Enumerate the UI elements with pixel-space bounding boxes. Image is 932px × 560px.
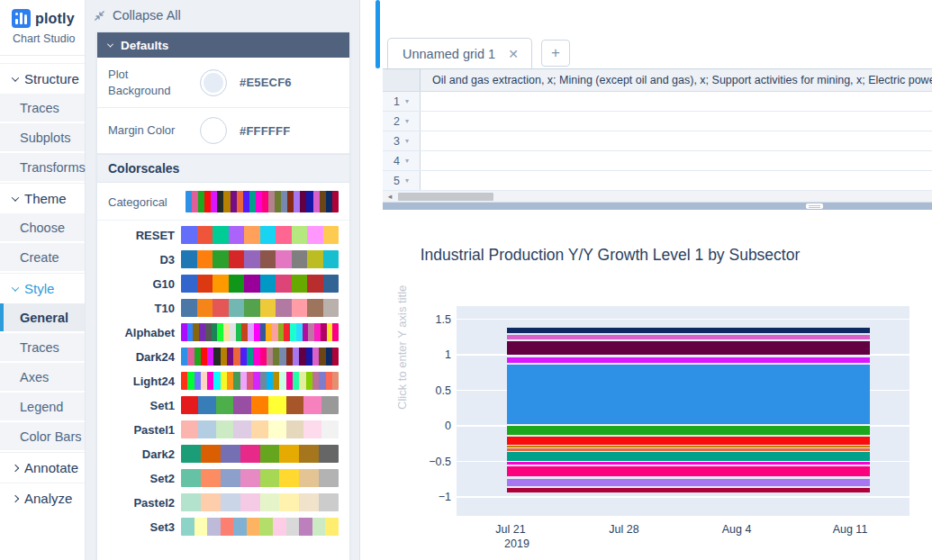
area-band-12[interactable] — [507, 479, 870, 486]
plot-area[interactable] — [457, 306, 909, 516]
row-menu-caret-icon[interactable]: ▾ — [405, 157, 409, 165]
data-cell[interactable] — [421, 92, 932, 111]
color-cell — [212, 323, 218, 341]
area-band-13[interactable] — [507, 488, 870, 493]
x-tick-label[interactable]: Aug 4 — [722, 523, 752, 536]
sidebar-item-general[interactable]: General — [0, 303, 85, 333]
area-band-4[interactable] — [507, 365, 870, 424]
y-tick-label[interactable]: 0.5 — [415, 384, 451, 397]
sidebar-item-choose[interactable]: Choose — [0, 213, 85, 243]
margin-color-swatch[interactable] — [200, 117, 227, 144]
row-menu-caret-icon[interactable]: ▾ — [405, 137, 409, 145]
hscroll-thumb[interactable] — [398, 193, 493, 201]
grid-tab[interactable]: Unnamed grid 1 ✕ — [387, 38, 532, 68]
sidebar-section-theme[interactable]: Theme — [0, 183, 85, 213]
area-band-1[interactable] — [507, 335, 870, 340]
color-cell — [299, 493, 319, 511]
color-cell — [240, 445, 260, 463]
area-band-2[interactable] — [507, 341, 870, 355]
collapse-all-button[interactable]: Collapse All — [86, 0, 359, 30]
x-tick-label[interactable]: Aug 11 — [833, 523, 868, 536]
colorscale-option-pastel1[interactable]: Pastel1 — [97, 420, 339, 438]
x-tick-label[interactable]: Jul 212019 — [492, 523, 529, 550]
area-band-7[interactable] — [507, 446, 870, 447]
plot-background-swatch[interactable] — [200, 69, 227, 96]
color-cell — [267, 348, 273, 366]
margin-color-value[interactable]: #FFFFFF — [240, 124, 290, 138]
colorscale-option-t10[interactable]: T10 — [97, 299, 339, 317]
close-icon[interactable]: ✕ — [508, 48, 519, 60]
area-band-11[interactable] — [507, 466, 870, 476]
color-cell — [332, 372, 339, 390]
colorscale-option-reset[interactable]: RESET — [97, 226, 339, 244]
data-cell[interactable] — [421, 171, 932, 190]
colorscale-option-alphabet[interactable]: Alphabet — [97, 323, 339, 341]
color-cell — [332, 323, 339, 341]
chart-title[interactable]: Industrial Production Y/Y Growth Level 1… — [383, 246, 837, 265]
row-header-cell[interactable]: 5▾ — [383, 171, 421, 190]
row-header-cell[interactable]: 2▾ — [383, 112, 421, 131]
row-header-cell[interactable]: 4▾ — [383, 151, 421, 170]
color-cell — [254, 323, 260, 341]
sidebar-item-legend[interactable]: Legend — [0, 393, 85, 422]
row-menu-caret-icon[interactable]: ▾ — [405, 97, 409, 105]
data-cell[interactable] — [421, 112, 932, 131]
sidebar-item-axes[interactable]: Axes — [0, 363, 85, 393]
logo-block[interactable]: plotly Chart Studio — [0, 0, 85, 56]
color-cell — [221, 445, 240, 463]
hscroll-left-arrow-icon[interactable]: ◂ — [383, 192, 397, 201]
sidebar-item-color-bars[interactable]: Color Bars — [0, 422, 85, 452]
row-header-cell[interactable]: 1▾ — [383, 92, 421, 111]
row-menu-caret-icon[interactable]: ▾ — [405, 176, 409, 185]
colorscale-option-light24[interactable]: Light24 — [97, 372, 339, 390]
y-tick-label[interactable]: −0.5 — [415, 456, 451, 468]
sidebar-section-structure[interactable]: Structure — [0, 63, 85, 94]
area-band-0[interactable] — [507, 328, 870, 333]
color-cell — [286, 420, 303, 438]
table-row: 3▾ — [383, 131, 932, 151]
colorscale-option-pastel2[interactable]: Pastel2 — [97, 493, 339, 511]
data-cell[interactable] — [421, 131, 932, 150]
data-cell[interactable] — [421, 151, 932, 170]
colorscale-option-dark24[interactable]: Dark24 — [97, 348, 339, 366]
plot-background-value[interactable]: #E5ECF6 — [240, 76, 292, 89]
sidebar-item-create[interactable]: Create — [0, 243, 85, 273]
x-tick-label[interactable]: Jul 28 — [609, 523, 638, 536]
colorscale-option-set3[interactable]: Set3 — [97, 518, 339, 536]
y-tick-label[interactable]: −1 — [415, 491, 451, 503]
defaults-fold-header[interactable]: Defaults — [97, 32, 349, 58]
panel-scrollbar-thumb[interactable] — [376, 0, 380, 68]
sidebar-section-style[interactable]: Style — [0, 273, 85, 303]
row-header-cell[interactable]: 3▾ — [383, 131, 421, 150]
grid-chart-splitter[interactable] — [383, 203, 932, 210]
sidebar-item-traces[interactable]: Traces — [0, 333, 85, 363]
hscroll-track[interactable] — [397, 191, 932, 202]
y-tick-label[interactable]: 1 — [415, 348, 451, 361]
colorscale-option-d3[interactable]: D3 — [97, 250, 339, 268]
y-tick-label[interactable]: 1.5 — [415, 313, 451, 326]
sidebar-section-annotate[interactable]: Annotate — [0, 452, 85, 483]
colorscale-option-dark2[interactable]: Dark2 — [97, 445, 339, 463]
sidebar-item-transforms[interactable]: Transforms — [0, 153, 85, 183]
colorscale-option-g10[interactable]: G10 — [97, 275, 339, 293]
yaxis-title-placeholder[interactable]: Click to enter Y axis title — [395, 285, 409, 410]
area-band-5[interactable] — [507, 426, 870, 435]
y-tick-label[interactable]: 0 — [415, 420, 451, 432]
categorical-swatch[interactable] — [185, 191, 339, 212]
color-cell — [233, 348, 240, 366]
area-band-9[interactable] — [507, 452, 870, 460]
row-menu-caret-icon[interactable]: ▾ — [405, 117, 409, 125]
color-cell — [276, 250, 292, 268]
grid-corner-cell[interactable] — [383, 69, 421, 91]
sidebar-section-analyze[interactable]: Analyze — [0, 483, 85, 513]
add-grid-button[interactable]: + — [541, 40, 570, 67]
area-band-3[interactable] — [507, 357, 870, 363]
grid-column-header[interactable]: Oil and gas extraction, x; Mining (excep… — [421, 69, 932, 91]
area-band-6[interactable] — [507, 437, 870, 445]
colorscale-option-set1[interactable]: Set1 — [97, 396, 339, 414]
sidebar-item-traces[interactable]: Traces — [0, 94, 85, 123]
colorscale-option-set2[interactable]: Set2 — [97, 469, 339, 487]
area-band-8[interactable] — [507, 448, 870, 450]
sidebar-item-subplots[interactable]: Subplots — [0, 123, 85, 153]
area-band-10[interactable] — [507, 462, 870, 465]
